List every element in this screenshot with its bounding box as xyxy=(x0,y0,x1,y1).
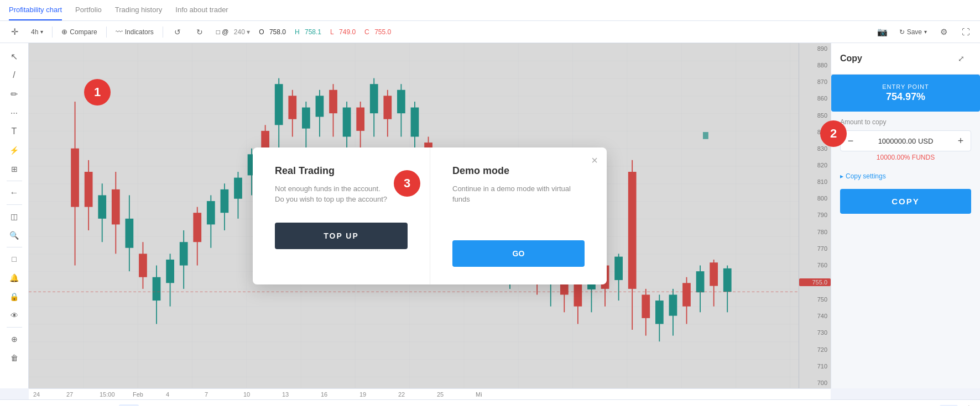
amount-section: Amount to copy − 1000000.00 USD + 10000.… xyxy=(831,112,980,168)
bottom-bar: 1D 7D 1M 3M 6M 1Y ALL Go to... 14:58:40 … xyxy=(0,399,980,406)
modal-demo-title: Demo mode xyxy=(452,165,585,177)
tool-sep-3 xyxy=(7,247,22,247)
eye-tool[interactable]: 👁 xyxy=(4,307,24,324)
undo-button[interactable]: ↺ xyxy=(168,23,187,41)
eraser-tool[interactable]: ◫ xyxy=(4,208,24,225)
price-high-label: H xyxy=(295,28,300,36)
time-label-27: 27 xyxy=(66,391,100,398)
copy-settings-label: Copy settings xyxy=(846,172,886,180)
bottom-right: 14:58:40 (UTC+2) % log auto ⚙ xyxy=(864,403,976,407)
right-panel-title: Copy xyxy=(840,54,862,64)
time-label-4: 4 xyxy=(166,391,205,398)
layers-tool[interactable]: □ xyxy=(4,250,24,268)
text-tool[interactable]: T xyxy=(4,123,24,140)
chart-settings-button[interactable]: ⚙ xyxy=(962,403,976,407)
tab-info[interactable]: Info about trader xyxy=(175,0,228,20)
go-button[interactable]: GO xyxy=(452,240,585,267)
toolbar-separator-3 xyxy=(163,27,163,38)
period-1m[interactable]: 1M xyxy=(42,404,59,407)
save-label: Save xyxy=(907,28,922,36)
line-tool[interactable]: / xyxy=(4,66,24,84)
price-close: 755.0 xyxy=(374,28,391,36)
period-6m[interactable]: 6M xyxy=(81,404,98,407)
period-1d[interactable]: 1D xyxy=(4,404,21,407)
copy-button[interactable]: COPY xyxy=(840,189,971,214)
fullscreen-button[interactable]: ⛶ xyxy=(956,23,976,41)
main-layout: ↖ / ✏ ⋯ T ⚡ ⊞ ← ◫ 🔍 □ 🔔 🔒 👁 ⊕ 🗑 xyxy=(0,43,980,388)
amount-control: − 1000000.00 USD + xyxy=(840,130,971,151)
top-nav: Profitability chart Portfolio Trading hi… xyxy=(0,0,980,21)
chart-area[interactable]: 890 880 870 860 850 840 830 820 810 800 … xyxy=(29,43,831,388)
lock-tool[interactable]: 🔒 xyxy=(4,288,24,305)
period-1y[interactable]: 1Y xyxy=(101,404,117,407)
amount-decrease-button[interactable]: − xyxy=(841,131,861,151)
tab-portfolio[interactable]: Portfolio xyxy=(75,0,102,20)
chevron-icon: ▸ xyxy=(840,172,843,180)
period-3m[interactable]: 3M xyxy=(61,404,79,407)
zoom-tool[interactable]: 🔍 xyxy=(4,226,24,244)
back-tool[interactable]: ← xyxy=(4,184,24,202)
tool-sep-4 xyxy=(7,327,22,328)
entry-point-label: ENTRY POINT xyxy=(840,83,971,90)
pen-tool[interactable]: ✏ xyxy=(4,85,24,103)
redo-button[interactable]: ↻ xyxy=(190,23,210,41)
timeframe-value: 4h xyxy=(31,28,38,36)
modal-demo-text: Continue in a demo mode with virtual fun… xyxy=(452,183,585,205)
compare-label: Compare xyxy=(70,28,97,36)
amount-label: Amount to copy xyxy=(840,118,971,126)
indicators-button[interactable]: 〰 Indicators xyxy=(111,25,158,38)
compare-button[interactable]: ⊕ Compare xyxy=(57,25,101,38)
symbol-info: □ @ 240 ▾ O 758.0 H 758.1 L 749.0 C 755.… xyxy=(216,28,394,36)
indicators-icon: 〰 xyxy=(116,28,123,36)
time-label-7: 7 xyxy=(205,391,243,398)
trash-tool[interactable]: 🗑 xyxy=(4,349,24,367)
time-label-13: 13 xyxy=(282,391,321,398)
fib-tool[interactable]: ⋯ xyxy=(4,104,24,122)
timeframe-selector[interactable]: 4h ▾ xyxy=(27,26,48,38)
time-label-16: 16 xyxy=(321,391,359,398)
period-7d[interactable]: 7D xyxy=(23,404,40,407)
save-chevron: ▾ xyxy=(924,29,927,35)
layers2-tool[interactable]: ⊕ xyxy=(4,330,24,348)
goto-button[interactable]: Go to... xyxy=(141,404,170,407)
save-button[interactable]: ↻ Save ▾ xyxy=(895,26,931,38)
left-sidebar: ↖ / ✏ ⋯ T ⚡ ⊞ ← ◫ 🔍 □ 🔔 🔒 👁 ⊕ 🗑 xyxy=(0,43,29,388)
right-panel-header: Copy ⤢ xyxy=(831,43,980,75)
tool-sep-1 xyxy=(7,181,22,181)
modal-close-button[interactable]: × xyxy=(591,154,598,167)
modal-real-trading: Real Trading Not enough funds in the acc… xyxy=(253,147,430,284)
price-low-label: L xyxy=(330,28,334,36)
symbol-name: □ @ xyxy=(216,28,229,36)
ruler-tool[interactable]: ⊞ xyxy=(4,160,24,178)
entry-point-value: 754.97% xyxy=(840,91,971,103)
expand-button[interactable]: ⤢ xyxy=(951,50,971,67)
save-icon: ↻ xyxy=(899,28,905,36)
time-label-feb: Feb xyxy=(133,391,166,398)
modal-overlay: Real Trading Not enough funds in the acc… xyxy=(29,43,831,388)
chart-toolbar: ✛ 4h ▾ ⊕ Compare 〰 Indicators ↺ ↻ □ @ 24… xyxy=(0,21,980,43)
indicators-label: Indicators xyxy=(125,28,154,36)
right-panel: 2 Copy ⤢ ENTRY POINT 754.97% Amount to c… xyxy=(831,43,980,388)
modal-real-trading-text: Not enough funds in the account.Do you w… xyxy=(275,183,408,205)
price-low: 749.0 xyxy=(339,28,356,36)
tab-profitability[interactable]: Profitability chart xyxy=(9,0,62,20)
settings-button[interactable]: ⚙ xyxy=(934,23,953,41)
cursor-tool[interactable]: ↖ xyxy=(4,48,24,65)
copy-settings-toggle[interactable]: ▸ Copy settings xyxy=(831,168,980,184)
tool-sep-2 xyxy=(7,204,22,205)
top-up-button[interactable]: TOP UP xyxy=(275,223,408,249)
modal-demo-mode: × Demo mode Continue in a demo mode with… xyxy=(430,147,607,284)
toolbar-separator-1 xyxy=(52,27,53,38)
amount-increase-button[interactable]: + xyxy=(951,131,971,151)
time-label-mi: Mi xyxy=(476,391,498,398)
alert-tool[interactable]: 🔔 xyxy=(4,269,24,287)
tab-trading-history[interactable]: Trading history xyxy=(115,0,163,20)
period-all[interactable]: ALL xyxy=(119,404,139,407)
crosshair-tool[interactable]: ✛ xyxy=(4,23,24,41)
screenshot-button[interactable]: 📷 xyxy=(873,23,893,41)
time-label-25: 25 xyxy=(437,391,476,398)
entry-point-button[interactable]: ENTRY POINT 754.97% xyxy=(831,75,980,112)
pattern-tool[interactable]: ⚡ xyxy=(4,141,24,159)
price-open: 758.0 xyxy=(269,28,286,36)
price-close-label: C xyxy=(364,28,369,36)
